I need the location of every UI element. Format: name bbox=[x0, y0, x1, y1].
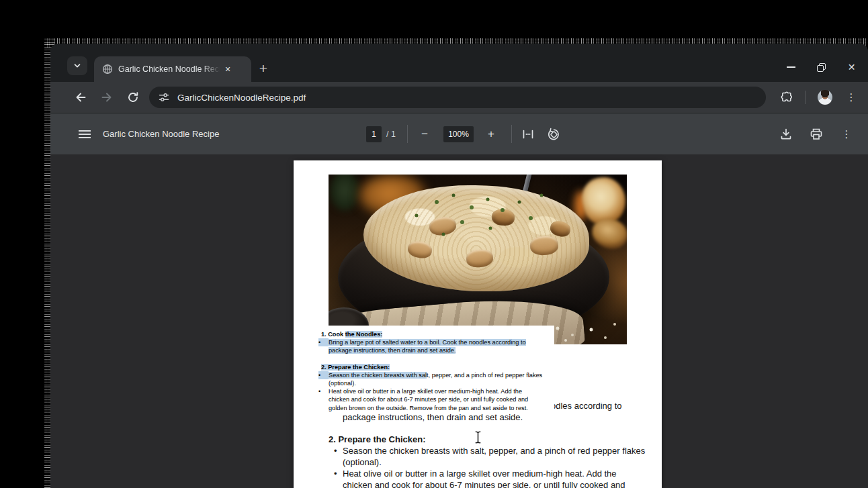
restore-icon bbox=[817, 63, 826, 72]
page-number-input[interactable]: 1 bbox=[366, 126, 382, 142]
chevron-down-icon bbox=[72, 60, 83, 71]
close-icon: ✕ bbox=[224, 65, 230, 74]
print-icon bbox=[809, 127, 824, 142]
drag-preview-line: (optional). bbox=[317, 379, 554, 387]
rotate-ccw-icon bbox=[546, 127, 561, 142]
pdf-more-button[interactable]: ⋮ bbox=[836, 124, 857, 144]
address-bar[interactable]: GarlicChickenNoodleRecipe.pdf bbox=[149, 87, 766, 108]
close-window-button[interactable]: ✕ bbox=[836, 56, 867, 79]
screen: Garlic Chicken Noodle Recipe ✕ + ✕ bbox=[0, 0, 868, 488]
fit-width-icon bbox=[521, 127, 535, 142]
maximize-button[interactable] bbox=[806, 56, 836, 79]
drag-preview-line: •Season the chicken breasts with salt, p… bbox=[317, 371, 554, 379]
drag-preview-line: •Bring a large pot of salted water to a … bbox=[317, 338, 554, 346]
drag-preview: 1. Cook the Noodles:•Bring a large pot o… bbox=[317, 326, 554, 414]
print-button[interactable] bbox=[806, 124, 826, 144]
plus-icon: + bbox=[488, 128, 494, 141]
window-controls: ✕ bbox=[776, 56, 867, 79]
browser-menu-button[interactable]: ⋮ bbox=[842, 88, 861, 107]
tab-title: Garlic Chicken Noodle Recipe bbox=[118, 64, 220, 74]
close-icon: ✕ bbox=[848, 62, 856, 72]
globe-favicon-icon bbox=[102, 64, 113, 75]
minimize-icon bbox=[787, 66, 795, 68]
photo-crumbs bbox=[329, 175, 330, 176]
profile-avatar[interactable] bbox=[818, 90, 832, 105]
recipe-photo bbox=[329, 175, 627, 344]
tab-close-button[interactable]: ✕ bbox=[222, 63, 234, 75]
browser-window: Garlic Chicken Noodle Recipe ✕ + ✕ bbox=[50, 44, 868, 488]
puzzle-icon bbox=[780, 91, 793, 104]
drag-preview-line: 2. Prepare the Chicken: bbox=[317, 363, 554, 371]
text-cursor bbox=[473, 430, 483, 444]
zoom-in-button[interactable]: + bbox=[481, 124, 501, 144]
new-tab-button[interactable]: + bbox=[253, 58, 273, 79]
kebab-icon: ⋮ bbox=[847, 91, 857, 103]
tab-search-button[interactable] bbox=[67, 56, 87, 75]
hamburger-icon bbox=[79, 130, 91, 132]
zoom-level[interactable]: 100% bbox=[443, 126, 474, 142]
document-line[interactable]: (optional). bbox=[329, 456, 645, 468]
forward-icon bbox=[100, 91, 114, 104]
drag-preview-line: golden brown on the outside. Remove from… bbox=[317, 404, 554, 412]
tune-icon[interactable] bbox=[158, 91, 170, 103]
document-line[interactable]: 2. Prepare the Chicken: bbox=[329, 434, 645, 445]
active-tab[interactable]: Garlic Chicken Noodle Recipe ✕ bbox=[94, 56, 251, 82]
extensions-button[interactable] bbox=[777, 88, 796, 107]
drag-preview-line: chicken and cook for about 6-7 minutes p… bbox=[317, 395, 554, 403]
drag-preview-line: 1. Cook the Noodles: bbox=[317, 330, 554, 338]
back-icon bbox=[74, 91, 87, 104]
document-line[interactable]: •Season the chicken breasts with salt, p… bbox=[329, 445, 645, 456]
reload-icon bbox=[126, 91, 140, 104]
reload-button[interactable] bbox=[122, 86, 144, 109]
pdfbar-separator bbox=[511, 125, 512, 143]
url-text: GarlicChickenNoodleRecipe.pdf bbox=[177, 93, 306, 103]
kebab-icon: ⋮ bbox=[842, 128, 852, 140]
minus-icon: − bbox=[421, 128, 428, 141]
drag-preview-line: package instructions, then drain and set… bbox=[317, 346, 554, 354]
pdf-menu-button[interactable] bbox=[75, 124, 95, 144]
fit-width-button[interactable] bbox=[518, 124, 538, 144]
toolbar-separator bbox=[805, 91, 806, 104]
pdf-document-title: Garlic Chicken Noodle Recipe bbox=[103, 113, 219, 154]
pdf-viewer[interactable]: 1. Cook the Noodles:•Bring a large pot o… bbox=[50, 154, 868, 488]
back-button[interactable] bbox=[69, 86, 92, 109]
photo-background-greens bbox=[330, 175, 359, 211]
page-count-label: / 1 bbox=[386, 126, 396, 142]
pdf-toolbar: Garlic Chicken Noodle Recipe 1 / 1 − 100… bbox=[50, 113, 868, 154]
document-line[interactable]: •Heat olive oil or butter in a large ski… bbox=[329, 468, 645, 479]
drag-preview-line: •Heat olive oil or butter in a large ski… bbox=[317, 387, 554, 395]
minimize-button[interactable] bbox=[776, 56, 806, 79]
forward-button[interactable] bbox=[95, 86, 118, 109]
rotate-button[interactable] bbox=[544, 124, 564, 144]
download-icon bbox=[779, 127, 793, 142]
download-button[interactable] bbox=[776, 124, 796, 144]
browser-toolbar: GarlicChickenNoodleRecipe.pdf ⋮ bbox=[50, 82, 868, 113]
document-line[interactable]: chicken and cook for about 6-7 minutes p… bbox=[329, 479, 645, 488]
pdfbar-separator bbox=[407, 125, 408, 143]
tab-strip: Garlic Chicken Noodle Recipe ✕ + ✕ bbox=[50, 44, 868, 82]
plus-icon: + bbox=[259, 60, 267, 77]
zoom-out-button[interactable]: − bbox=[415, 124, 435, 144]
